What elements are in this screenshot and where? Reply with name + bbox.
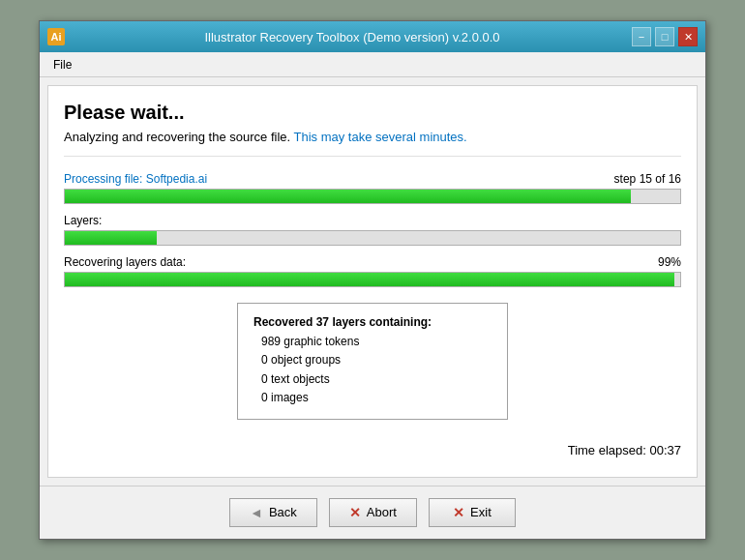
file-progress-fill: [65, 190, 631, 203]
footer: ◄ Back ✕ Abort ✕ Exit: [40, 486, 705, 539]
window-title: Illustrator Recovery Toolbox (Demo versi…: [73, 30, 632, 44]
recovering-pct-label: 99%: [658, 255, 681, 269]
back-icon: ◄: [250, 505, 263, 520]
header-section: Please wait... Analyzing and recovering …: [64, 102, 681, 157]
file-progress-bar: [64, 189, 681, 204]
info-line-1: 989 graphic tokens: [261, 333, 492, 351]
menu-bar: File: [40, 52, 705, 77]
recovering-progress-fill: [65, 273, 674, 286]
file-progress-label: Processing file: Softpedia.ai: [64, 172, 207, 186]
back-label: Back: [269, 505, 297, 519]
abort-label: Abort: [367, 505, 397, 519]
info-line-3: 0 text objects: [261, 370, 492, 389]
exit-icon: ✕: [453, 505, 464, 520]
subtitle-text2: This may take several minutes.: [294, 130, 467, 144]
close-button[interactable]: ✕: [678, 27, 698, 46]
time-elapsed-row: Time elapsed: 00:37: [64, 435, 681, 461]
layers-progress-bar: [64, 230, 681, 246]
info-box: Recovered 37 layers containing: 989 grap…: [237, 303, 508, 420]
recovering-progress-bar: [64, 272, 681, 287]
app-icon: Ai: [47, 28, 65, 45]
abort-button[interactable]: ✕ Abort: [329, 498, 417, 527]
subtitle-text1: Analyzing and recovering the source file…: [64, 130, 290, 144]
info-line-2: 0 object groups: [261, 351, 492, 369]
abort-icon: ✕: [349, 505, 361, 520]
time-elapsed-label: Time elapsed: 00:37: [568, 443, 681, 457]
file-progress-label-row: Processing file: Softpedia.ai step 15 of…: [64, 172, 681, 186]
layers-progress-fill: [65, 231, 157, 245]
maximize-button[interactable]: □: [655, 27, 674, 46]
title-bar: Ai Illustrator Recovery Toolbox (Demo ve…: [40, 21, 705, 52]
layers-progress-label: Layers:: [64, 214, 102, 227]
recovering-progress-label-row: Recovering layers data: 99%: [64, 255, 681, 269]
minimize-button[interactable]: −: [632, 27, 651, 46]
layers-progress-section: Layers:: [64, 214, 681, 246]
exit-label: Exit: [470, 505, 492, 519]
window-controls: − □ ✕: [632, 27, 698, 46]
subtitle: Analyzing and recovering the source file…: [64, 130, 681, 144]
recovering-progress-section: Recovering layers data: 99%: [64, 255, 681, 287]
file-menu[interactable]: File: [47, 56, 77, 74]
layers-progress-label-row: Layers:: [64, 214, 681, 227]
main-window: Ai Illustrator Recovery Toolbox (Demo ve…: [39, 20, 706, 540]
please-wait-heading: Please wait...: [64, 102, 681, 124]
main-content: Please wait... Analyzing and recovering …: [47, 85, 698, 478]
info-line-4: 0 images: [261, 389, 492, 407]
exit-button[interactable]: ✕ Exit: [429, 498, 516, 527]
file-progress-section: Processing file: Softpedia.ai step 15 of…: [64, 172, 681, 204]
recovering-progress-label: Recovering layers data:: [64, 255, 186, 269]
back-button[interactable]: ◄ Back: [229, 498, 317, 527]
info-box-title: Recovered 37 layers containing:: [253, 315, 492, 329]
file-step-label: step 15 of 16: [614, 172, 681, 186]
